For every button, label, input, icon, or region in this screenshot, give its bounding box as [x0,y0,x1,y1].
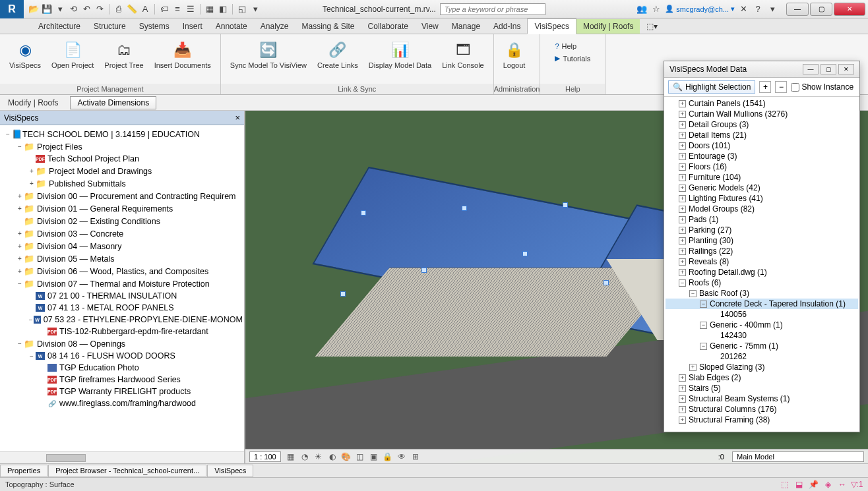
list-icon[interactable]: ☰ [185,3,197,15]
temp-hide-icon[interactable]: 👁 [396,451,408,462]
highlight-selection-button[interactable]: 🔍 Highlight Selection [668,80,755,94]
display-model-data-button[interactable]: 📊Display Model Data [363,37,437,72]
bottom-tab-project[interactable]: Project Browser - Technical_school-curre… [48,465,206,477]
tree-item[interactable]: +📁Division 06 — Wood, Plastics, and Comp… [1,265,243,277]
tab-systems[interactable]: Systems [133,19,176,34]
tutorials-button[interactable]: ▶ Tutorials [555,54,590,63]
panel-maximize-button[interactable]: ▢ [821,64,836,74]
model-data-item[interactable]: +Curtain Wall Mullions (3276) [666,109,858,119]
panel-close-button[interactable]: ✕ [838,64,854,74]
horizontal-scrollbar[interactable] [0,451,244,463]
model-data-item[interactable]: 140056 [666,309,858,320]
model-data-item[interactable]: +Sloped Glazing (3) [666,362,858,372]
tree-item[interactable]: −W08 14 16 - FLUSH WOOD DOORS [1,350,243,362]
exchange-icon[interactable]: ✕ [737,3,749,15]
drag-icon[interactable]: ↔ [836,479,848,490]
expand-button[interactable]: + [759,81,771,93]
star-icon[interactable]: ☆ [650,3,662,15]
model-data-item[interactable]: +Detail Groups (3) [666,119,858,130]
sync-icon[interactable]: ⟲ [67,3,79,15]
maximize-button[interactable]: ▢ [810,3,832,16]
open-project-button[interactable]: 📄Open Project [46,37,99,72]
scale-selector[interactable]: 1 : 100 [249,451,281,462]
model-data-item[interactable]: +Generic Models (42) [666,183,858,193]
tab-add-ins[interactable]: Add-Ins [487,19,527,34]
redo-icon[interactable]: ↷ [94,3,106,15]
tree-item[interactable]: +📁Division 04 — Masonry [1,240,243,252]
model-data-item[interactable]: +Floors (16) [666,161,858,172]
tree-item[interactable]: +📁Published Submittals [1,177,243,190]
tab-insert[interactable]: Insert [176,19,209,34]
model-data-tree[interactable]: +Curtain Panels (1541)+Curtain Wall Mull… [664,97,859,432]
bottom-tab-visispecs[interactable]: VisiSpecs [207,465,253,477]
tree-item[interactable]: −W07 53 23 - ETHYLENE-PROPYLENE-DIENE-MO… [1,314,243,326]
model-data-item[interactable]: +Curtain Panels (1541) [666,98,858,109]
app-logo[interactable]: R [0,0,24,18]
panel-minimize-button[interactable]: — [803,64,819,74]
model-data-item[interactable]: −Generic - 75mm (1) [666,341,858,351]
model-data-item[interactable]: +Roofing Detail.dwg (1) [666,267,858,277]
tree-item[interactable]: W07 21 00 - THERMAL INSULATION [1,290,243,302]
model-data-item[interactable]: −Basic Roof (3) [666,288,858,299]
help-icon[interactable]: ? [752,3,764,15]
tab-massing-site[interactable]: Massing & Site [295,19,361,34]
model-data-item[interactable]: +Doors (101) [666,140,858,151]
model-data-item[interactable]: −Generic - 400mm (1) [666,320,858,330]
shadows-icon[interactable]: ◐ [326,451,338,462]
model-data-item[interactable]: −Concrete Deck - Tapered Insulation (1) [666,299,858,309]
link-console-button[interactable]: 🗔Link Console [437,37,489,72]
create-links-button[interactable]: 🔗Create Links [312,37,363,72]
undo-icon[interactable]: ↶ [80,3,92,15]
tree-item[interactable]: PDFTGP fireframes Hardwood Series [1,374,243,386]
model-data-item[interactable]: +Parking (27) [666,225,858,235]
tab-visispecs[interactable]: VisiSpecs [527,18,576,34]
tree-item[interactable]: PDFTech School Project Plan [1,153,243,165]
tree-item[interactable]: +📁Division 05 — Metals [1,252,243,265]
model-data-item[interactable]: −Roofs (6) [666,277,858,288]
tab-structure[interactable]: Structure [87,19,133,34]
show-instance-checkbox[interactable]: Show Instance [791,82,853,92]
autodesk-icon[interactable]: 👥 [636,3,648,15]
print-icon[interactable]: ⎙ [113,3,125,15]
tree-item[interactable]: +📁Division 01 — General Requirements [1,202,243,215]
tree-item[interactable]: −📁Division 08 — Openings [1,337,243,350]
align-icon[interactable]: ≡ [171,3,183,15]
panel-close-button[interactable]: × [235,113,240,123]
model-data-item[interactable]: +Lighting Fixtures (41) [666,193,858,204]
chevron-down-icon[interactable]: ▾ [249,3,261,15]
tab-collaborate[interactable]: Collaborate [361,19,415,34]
model-data-item[interactable]: +Slab Edges (2) [666,372,858,383]
tab-manage[interactable]: Manage [445,19,487,34]
sync-model-to-visiview-button[interactable]: 🔄Sync Model To VisiView [225,37,312,72]
select-face-icon[interactable]: ◈ [822,479,834,490]
model-data-item[interactable]: +Detail Items (21) [666,130,858,140]
save-icon[interactable]: 💾 [41,3,53,15]
select-icon[interactable]: ⬚ [778,479,790,490]
tree-item[interactable]: +📁Division 03 — Concrete [1,227,243,240]
tab-architecture[interactable]: Architecture [32,19,87,34]
bottom-tab-properties[interactable]: Properties [0,465,47,477]
text-icon[interactable]: A [139,3,151,15]
open-icon[interactable]: 📂 [28,3,40,15]
tab-view[interactable]: View [415,19,445,34]
visual-style-icon[interactable]: ◔ [299,451,311,462]
activate-dimensions-button[interactable]: Activate Dimensions [70,96,156,109]
tab-analyze[interactable]: Analyze [254,19,295,34]
model-data-item[interactable]: +Reveals (8) [666,256,858,267]
main-model-selector[interactable]: Main Model [732,451,864,462]
chevron-down-icon[interactable]: ▾ [766,3,778,15]
chevron-down-icon[interactable]: ▾ [54,3,66,15]
sun-icon[interactable]: ☀ [313,451,325,462]
measure-icon[interactable]: 📏 [126,3,138,15]
tree-item[interactable]: TGP Education Photo [1,362,243,374]
model-data-item[interactable]: +Railings (22) [666,246,858,256]
detail-level-icon[interactable]: ▦ [285,451,297,462]
filter-icon[interactable]: ▽:1 [851,479,863,490]
model-data-item[interactable]: +Structural Framing (38) [666,415,858,425]
model-data-item[interactable]: 201262 [666,351,858,362]
search-input[interactable] [440,3,545,15]
model-data-item[interactable]: +Pads (1) [666,214,858,225]
select-pinned-icon[interactable]: 📌 [807,479,819,490]
grid-icon[interactable]: ▦ [204,3,216,15]
tree-item[interactable]: 📁Division 02 — Existing Conditions [1,215,243,227]
